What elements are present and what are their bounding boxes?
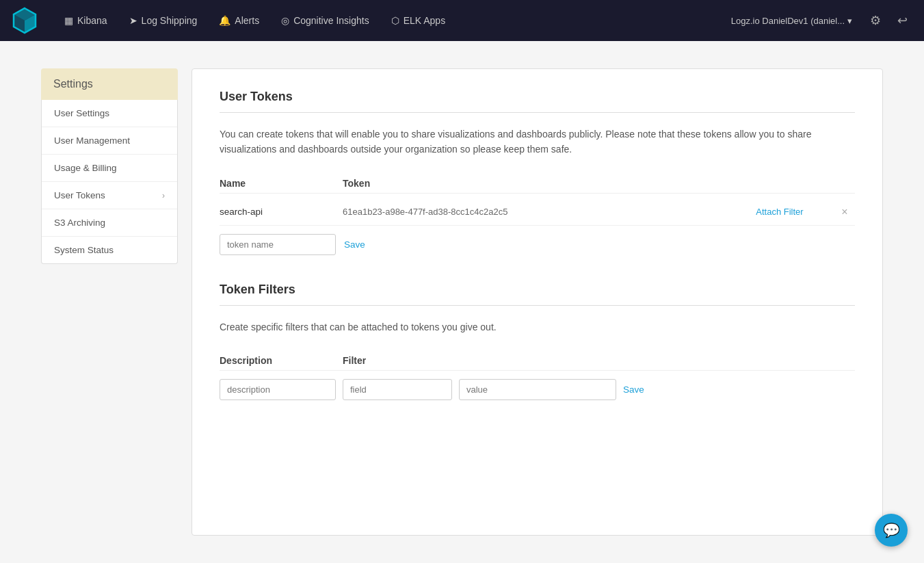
token-filters-title: Token Filters — [220, 283, 855, 306]
settings-button[interactable]: ⚙ — [864, 8, 886, 34]
filter-value-input[interactable] — [459, 379, 616, 400]
nav-cognitive-insights[interactable]: ◎ Cognitive Insights — [272, 10, 379, 31]
logo[interactable] — [11, 7, 38, 34]
name-column-header: Name — [220, 178, 343, 189]
sidebar-header: Settings — [41, 68, 178, 100]
sidebar-item-usage-billing[interactable]: Usage & Billing — [42, 155, 177, 182]
sidebar-item-user-settings[interactable]: User Settings — [42, 100, 177, 127]
eye-icon: ◎ — [281, 15, 289, 26]
user-tokens-section: User Tokens You can create tokens that w… — [220, 90, 855, 255]
token-filters-section: Token Filters Create specific filters th… — [220, 283, 855, 400]
filter-description-input[interactable] — [220, 379, 336, 400]
new-token-row: Save — [220, 234, 855, 255]
caret-down-icon: ▾ — [847, 16, 852, 26]
user-menu[interactable]: Logz.io DanielDev1 (daniel... ▾ — [724, 12, 859, 30]
user-tokens-title: User Tokens — [220, 90, 855, 113]
filter-column-header: Filter — [343, 355, 452, 366]
bar-chart-icon: ▦ — [64, 15, 73, 26]
page-wrapper: Settings User Settings User Management U… — [0, 41, 924, 563]
nav-alerts[interactable]: 🔔 Alerts — [209, 10, 269, 31]
save-filter-button[interactable]: Save — [623, 384, 644, 395]
chat-icon: 💬 — [883, 522, 900, 538]
sidebar: Settings User Settings User Management U… — [41, 68, 178, 536]
sidebar-item-system-status[interactable]: System Status — [42, 237, 177, 263]
save-token-button[interactable]: Save — [344, 239, 365, 250]
chat-bubble-button[interactable]: 💬 — [875, 514, 908, 547]
token-hash-value: 61ea1b23-a98e-477f-ad38-8cc1c4c2a2c5 — [343, 207, 725, 217]
logout-icon: ↩ — [897, 13, 908, 28]
sidebar-item-s3-archiving[interactable]: S3 Archiving — [42, 209, 177, 237]
topnav: ▦ Kibana ➤ Log Shipping 🔔 Alerts ◎ Cogni… — [0, 0, 924, 41]
token-filters-description: Create specific filters that can be atta… — [220, 319, 855, 335]
gear-icon: ⚙ — [870, 13, 881, 28]
topnav-right: Logz.io DanielDev1 (daniel... ▾ ⚙ ↩ — [724, 8, 913, 34]
sidebar-item-user-tokens[interactable]: User Tokens › — [42, 182, 177, 209]
layers-icon: ⬡ — [391, 15, 399, 26]
filter-field-input[interactable] — [343, 379, 452, 400]
token-row: search-api 61ea1b23-a98e-477f-ad38-8cc1c… — [220, 199, 855, 226]
sidebar-nav: User Settings User Management Usage & Bi… — [41, 100, 178, 264]
token-table-header: Name Token — [220, 174, 855, 194]
chevron-right-icon: › — [162, 191, 165, 200]
filter-table-header: Description Filter — [220, 351, 855, 371]
new-filter-row: Save — [220, 379, 855, 400]
nav-kibana[interactable]: ▦ Kibana — [55, 10, 117, 31]
description-column-header: Description — [220, 355, 343, 366]
token-name-value: search-api — [220, 207, 343, 217]
token-name-input[interactable] — [220, 234, 336, 255]
main-content: User Tokens You can create tokens that w… — [192, 68, 883, 536]
remove-token-button[interactable]: × — [834, 205, 855, 220]
sidebar-item-user-management[interactable]: User Management — [42, 127, 177, 155]
attach-filter-button[interactable]: Attach Filter — [725, 207, 834, 217]
user-tokens-description: You can create tokens that will enable y… — [220, 127, 855, 157]
logout-button[interactable]: ↩ — [892, 8, 913, 34]
token-column-header: Token — [343, 178, 725, 189]
nav-log-shipping[interactable]: ➤ Log Shipping — [120, 10, 207, 31]
send-icon: ➤ — [129, 15, 137, 26]
nav-elk-apps[interactable]: ⬡ ELK Apps — [382, 10, 456, 31]
bell-icon: 🔔 — [219, 15, 230, 26]
topnav-items: ▦ Kibana ➤ Log Shipping 🔔 Alerts ◎ Cogni… — [55, 10, 724, 31]
